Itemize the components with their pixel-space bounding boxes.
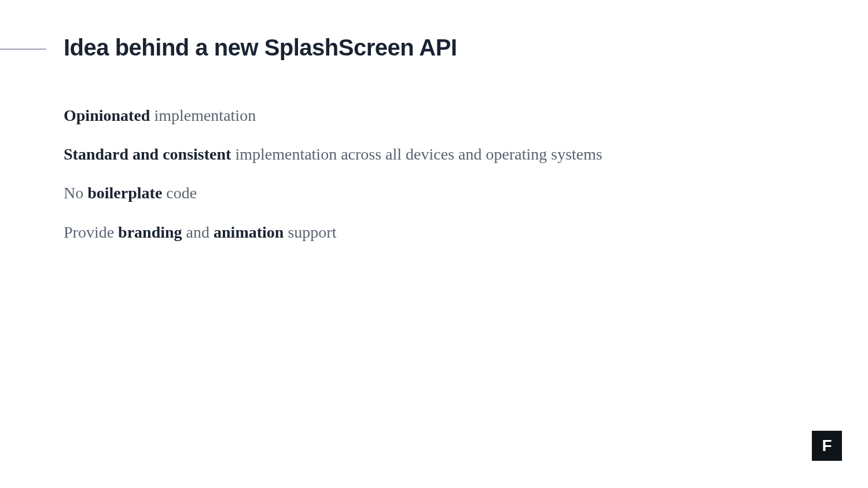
- bullet-text-bold: animation: [214, 223, 284, 241]
- brand-logo-letter: F: [822, 437, 832, 455]
- bullet-text-bold: Opinionated: [64, 106, 150, 124]
- bullet-text: No: [64, 184, 87, 202]
- bullet-item: Opinionated implementation: [64, 104, 602, 127]
- bullet-text: Provide: [64, 223, 118, 241]
- bullet-text-bold: boilerplate: [87, 184, 162, 202]
- bullet-text-bold: Standard and consistent: [64, 145, 231, 163]
- bullet-text: support: [284, 223, 336, 241]
- brand-logo: F: [812, 431, 842, 461]
- bullet-item: Provide branding and animation support: [64, 221, 602, 243]
- bullet-text-bold: branding: [118, 223, 182, 241]
- bullet-item: Standard and consistent implementation a…: [64, 143, 602, 165]
- slide-title: Idea behind a new SplashScreen API: [64, 35, 457, 61]
- bullet-text: and: [182, 223, 214, 241]
- bullet-item: No boilerplate code: [64, 182, 602, 204]
- bullet-text: code: [162, 184, 197, 202]
- slide-content: Opinionated implementation Standard and …: [64, 104, 602, 260]
- bullet-text: implementation across all devices and op…: [231, 145, 602, 163]
- bullet-text: implementation: [150, 106, 256, 124]
- title-decoration-line: [0, 49, 46, 50]
